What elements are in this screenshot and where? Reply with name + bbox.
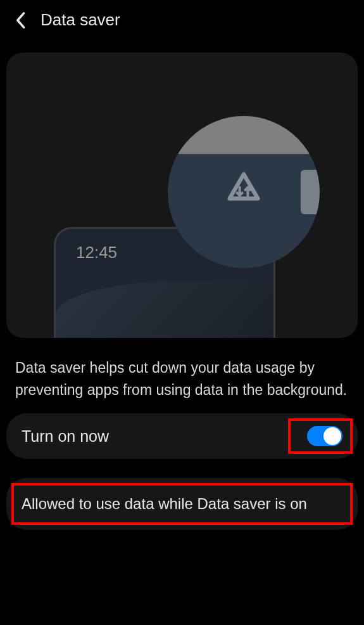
data-saver-icon [218,168,269,221]
page-title: Data saver [41,10,120,30]
magnifier-circle [168,116,320,268]
description-text: Data saver helps cut down your data usag… [0,338,364,413]
illustration-card: 12:45 [6,53,358,338]
phone-time-label: 12:45 [76,243,117,262]
phone-wallpaper-wave [56,281,273,338]
magnifier-statusbar [168,116,320,154]
battery-icon [301,170,320,214]
turn-on-now-row[interactable]: Turn on now [6,413,358,459]
highlight-box-option [11,483,353,525]
allowed-apps-row[interactable]: Allowed to use data while Data saver is … [6,478,358,530]
header: Data saver [0,0,364,40]
toggle-label: Turn on now [22,427,109,446]
back-icon[interactable] [13,13,28,28]
highlight-box-toggle [288,418,353,454]
